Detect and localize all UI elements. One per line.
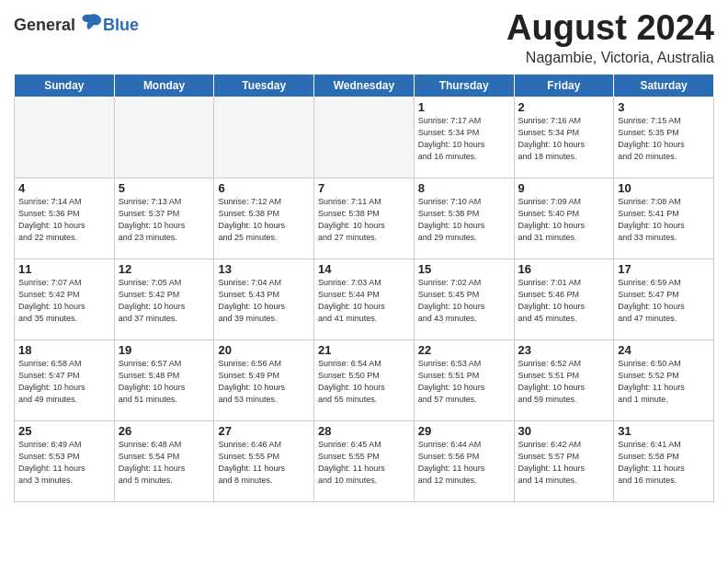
day-number: 9 — [518, 181, 610, 195]
day-number: 7 — [318, 181, 410, 195]
calendar-cell — [15, 97, 115, 178]
day-number: 18 — [18, 343, 110, 357]
day-info: Sunrise: 7:03 AMSunset: 5:44 PMDaylight:… — [318, 277, 410, 325]
day-number: 11 — [18, 262, 110, 276]
calendar-cell: 3Sunrise: 7:15 AMSunset: 5:35 PMDaylight… — [614, 97, 714, 178]
week-row-4: 18Sunrise: 6:58 AMSunset: 5:47 PMDayligh… — [15, 339, 714, 420]
calendar-cell: 28Sunrise: 6:45 AMSunset: 5:55 PMDayligh… — [314, 420, 415, 501]
day-number: 12 — [119, 262, 210, 276]
day-info: Sunrise: 6:46 AMSunset: 5:55 PMDaylight:… — [218, 439, 310, 487]
calendar-cell: 11Sunrise: 7:07 AMSunset: 5:42 PMDayligh… — [15, 259, 115, 339]
day-number: 19 — [119, 343, 210, 357]
week-row-1: 1Sunrise: 7:17 AMSunset: 5:34 PMDaylight… — [15, 97, 714, 178]
calendar-cell: 26Sunrise: 6:48 AMSunset: 5:54 PMDayligh… — [114, 420, 214, 501]
day-info: Sunrise: 7:02 AMSunset: 5:45 PMDaylight:… — [418, 277, 510, 325]
day-info: Sunrise: 7:07 AMSunset: 5:42 PMDaylight:… — [18, 277, 110, 325]
calendar-cell — [114, 97, 214, 178]
calendar-cell: 27Sunrise: 6:46 AMSunset: 5:55 PMDayligh… — [214, 420, 314, 501]
day-number: 25 — [18, 424, 110, 438]
calendar-cell: 31Sunrise: 6:41 AMSunset: 5:58 PMDayligh… — [614, 420, 714, 501]
day-number: 2 — [518, 100, 610, 114]
day-number: 22 — [418, 343, 510, 357]
day-info: Sunrise: 7:12 AMSunset: 5:38 PMDaylight:… — [218, 196, 310, 244]
day-number: 28 — [318, 424, 410, 438]
weekday-header-row: SundayMondayTuesdayWednesdayThursdayFrid… — [15, 74, 714, 97]
logo-general-text: General — [14, 17, 75, 33]
day-info: Sunrise: 7:01 AMSunset: 5:46 PMDaylight:… — [518, 277, 610, 325]
day-number: 5 — [119, 181, 210, 195]
weekday-header-thursday: Thursday — [414, 74, 514, 97]
day-info: Sunrise: 7:11 AMSunset: 5:38 PMDaylight:… — [318, 196, 410, 244]
calendar-cell: 24Sunrise: 6:50 AMSunset: 5:52 PMDayligh… — [614, 339, 714, 420]
day-number: 21 — [318, 343, 410, 357]
day-info: Sunrise: 6:52 AMSunset: 5:51 PMDaylight:… — [518, 358, 610, 406]
day-info: Sunrise: 7:05 AMSunset: 5:42 PMDaylight:… — [119, 277, 210, 325]
day-info: Sunrise: 6:54 AMSunset: 5:50 PMDaylight:… — [318, 358, 410, 406]
month-title: August 2024 — [506, 9, 714, 48]
day-info: Sunrise: 7:16 AMSunset: 5:34 PMDaylight:… — [518, 115, 610, 163]
weekday-header-friday: Friday — [514, 74, 614, 97]
calendar-page: General Blue August 2024 Nagambie, Victo… — [0, 0, 728, 563]
day-info: Sunrise: 7:14 AMSunset: 5:36 PMDaylight:… — [18, 196, 110, 244]
day-number: 13 — [218, 262, 310, 276]
day-info: Sunrise: 6:56 AMSunset: 5:49 PMDaylight:… — [218, 358, 310, 406]
calendar-cell: 10Sunrise: 7:08 AMSunset: 5:41 PMDayligh… — [614, 178, 714, 259]
week-row-5: 25Sunrise: 6:49 AMSunset: 5:53 PMDayligh… — [15, 420, 714, 501]
calendar-table: SundayMondayTuesdayWednesdayThursdayFrid… — [14, 74, 714, 502]
calendar-cell: 29Sunrise: 6:44 AMSunset: 5:56 PMDayligh… — [414, 420, 514, 501]
location-title: Nagambie, Victoria, Australia — [506, 50, 714, 66]
calendar-cell: 6Sunrise: 7:12 AMSunset: 5:38 PMDaylight… — [214, 178, 314, 259]
day-number: 26 — [119, 424, 210, 438]
calendar-cell: 20Sunrise: 6:56 AMSunset: 5:49 PMDayligh… — [214, 339, 314, 420]
day-info: Sunrise: 7:08 AMSunset: 5:41 PMDaylight:… — [618, 196, 710, 244]
calendar-cell: 19Sunrise: 6:57 AMSunset: 5:48 PMDayligh… — [114, 339, 214, 420]
calendar-cell: 4Sunrise: 7:14 AMSunset: 5:36 PMDaylight… — [15, 178, 115, 259]
day-info: Sunrise: 6:53 AMSunset: 5:51 PMDaylight:… — [418, 358, 510, 406]
day-info: Sunrise: 7:10 AMSunset: 5:38 PMDaylight:… — [418, 196, 510, 244]
day-info: Sunrise: 6:50 AMSunset: 5:52 PMDaylight:… — [618, 358, 710, 406]
title-section: August 2024 Nagambie, Victoria, Australi… — [506, 9, 714, 66]
logo: General Blue — [14, 9, 139, 33]
day-number: 31 — [618, 424, 710, 438]
day-info: Sunrise: 7:13 AMSunset: 5:37 PMDaylight:… — [119, 196, 210, 244]
calendar-cell: 18Sunrise: 6:58 AMSunset: 5:47 PMDayligh… — [15, 339, 115, 420]
day-number: 30 — [518, 424, 610, 438]
calendar-cell: 9Sunrise: 7:09 AMSunset: 5:40 PMDaylight… — [514, 178, 614, 259]
weekday-header-saturday: Saturday — [614, 74, 714, 97]
day-number: 15 — [418, 262, 510, 276]
day-info: Sunrise: 7:04 AMSunset: 5:43 PMDaylight:… — [218, 277, 310, 325]
header: General Blue August 2024 Nagambie, Victo… — [14, 9, 714, 66]
day-info: Sunrise: 6:58 AMSunset: 5:47 PMDaylight:… — [18, 358, 110, 406]
calendar-cell: 22Sunrise: 6:53 AMSunset: 5:51 PMDayligh… — [414, 339, 514, 420]
day-number: 10 — [618, 181, 710, 195]
day-number: 27 — [218, 424, 310, 438]
calendar-cell: 30Sunrise: 6:42 AMSunset: 5:57 PMDayligh… — [514, 420, 614, 501]
calendar-cell: 7Sunrise: 7:11 AMSunset: 5:38 PMDaylight… — [314, 178, 415, 259]
day-number: 23 — [518, 343, 610, 357]
day-number: 14 — [318, 262, 410, 276]
calendar-cell: 12Sunrise: 7:05 AMSunset: 5:42 PMDayligh… — [114, 259, 214, 339]
calendar-cell: 13Sunrise: 7:04 AMSunset: 5:43 PMDayligh… — [214, 259, 314, 339]
calendar-cell: 8Sunrise: 7:10 AMSunset: 5:38 PMDaylight… — [414, 178, 514, 259]
calendar-cell: 14Sunrise: 7:03 AMSunset: 5:44 PMDayligh… — [314, 259, 415, 339]
day-number: 29 — [418, 424, 510, 438]
calendar-cell: 2Sunrise: 7:16 AMSunset: 5:34 PMDaylight… — [514, 97, 614, 178]
day-info: Sunrise: 7:17 AMSunset: 5:34 PMDaylight:… — [418, 115, 510, 163]
calendar-cell: 15Sunrise: 7:02 AMSunset: 5:45 PMDayligh… — [414, 259, 514, 339]
calendar-cell: 23Sunrise: 6:52 AMSunset: 5:51 PMDayligh… — [514, 339, 614, 420]
day-number: 8 — [418, 181, 510, 195]
day-info: Sunrise: 6:59 AMSunset: 5:47 PMDaylight:… — [618, 277, 710, 325]
day-info: Sunrise: 6:44 AMSunset: 5:56 PMDaylight:… — [418, 439, 510, 487]
week-row-3: 11Sunrise: 7:07 AMSunset: 5:42 PMDayligh… — [15, 259, 714, 339]
day-info: Sunrise: 6:45 AMSunset: 5:55 PMDaylight:… — [318, 439, 410, 487]
weekday-header-monday: Monday — [114, 74, 214, 97]
day-info: Sunrise: 6:41 AMSunset: 5:58 PMDaylight:… — [618, 439, 710, 487]
day-number: 16 — [518, 262, 610, 276]
day-number: 3 — [618, 100, 710, 114]
day-number: 6 — [218, 181, 310, 195]
day-number: 20 — [218, 343, 310, 357]
day-info: Sunrise: 6:49 AMSunset: 5:53 PMDaylight:… — [18, 439, 110, 487]
day-info: Sunrise: 6:42 AMSunset: 5:57 PMDaylight:… — [518, 439, 610, 487]
day-number: 4 — [18, 181, 110, 195]
day-info: Sunrise: 6:48 AMSunset: 5:54 PMDaylight:… — [119, 439, 210, 487]
